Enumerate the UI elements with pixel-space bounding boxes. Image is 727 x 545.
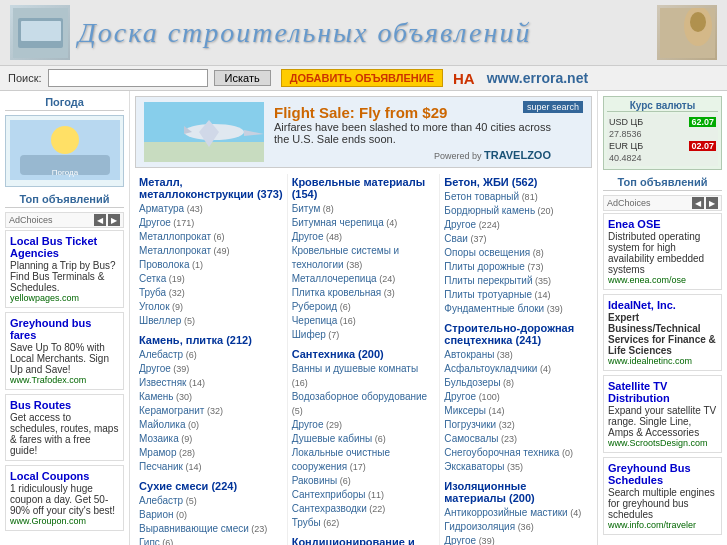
cat-title-2-1[interactable]: Строительно-дорожная спецтехника (241) (444, 322, 588, 346)
banner-powered: Powered by TRAVELZOO (274, 149, 551, 161)
cat-link-0-0-4[interactable]: Проволока (139, 259, 190, 270)
cat-link-0-1-0[interactable]: Алебастр (139, 349, 183, 360)
cat-link-2-1-8[interactable]: Экскаваторы (444, 461, 504, 472)
cat-item-1-0-7: Черепица (16) (292, 314, 436, 328)
cat-link-0-1-5[interactable]: Майолика (139, 419, 186, 430)
cat-link-1-1-1[interactable]: Водозаборное оборудование (292, 391, 428, 402)
left-ad-prev[interactable]: ◀ (94, 214, 106, 226)
left-ad-3-title[interactable]: Bus Routes (10, 399, 71, 411)
cat-count-0-1-7: (28) (176, 448, 195, 458)
cat-link-0-0-6[interactable]: Труба (139, 287, 166, 298)
cat-link-0-0-0[interactable]: Арматура (139, 203, 184, 214)
cat-title-0-0[interactable]: Металл, металлоконструкции (373) (139, 176, 283, 200)
cat-link-2-0-4[interactable]: Опоры освещения (444, 247, 530, 258)
right-ad-3-title[interactable]: Satellite TV Distribution (608, 380, 670, 404)
right-ad-1-title[interactable]: Enea OSE (608, 218, 661, 230)
cat-link-2-1-7[interactable]: Снегоуборочная техника (444, 447, 559, 458)
cat-link-2-1-2[interactable]: Бульдозеры (444, 377, 500, 388)
cat-link-1-0-0[interactable]: Битум (292, 203, 321, 214)
cat-link-0-1-2[interactable]: Известняк (139, 377, 186, 388)
cat-link-1-0-7[interactable]: Черепица (292, 315, 338, 326)
cat-link-0-1-7[interactable]: Мрамор (139, 447, 176, 458)
cat-link-0-0-2[interactable]: Металлопрокат (139, 231, 211, 242)
cat-title-1-2[interactable]: Кондиционирование и вентиляция (73) (292, 536, 436, 545)
cat-link-0-0-5[interactable]: Сетка (139, 273, 166, 284)
cat-link-2-2-0[interactable]: Антикоррозийные мастики (444, 507, 567, 518)
cat-link-1-0-4[interactable]: Металлочерепица (292, 273, 377, 284)
cat-link-2-0-8[interactable]: Фундаментные блоки (444, 303, 544, 314)
cat-link-1-1-4[interactable]: Локальные очистные сооружения (292, 447, 390, 472)
cat-link-2-1-4[interactable]: Миксеры (444, 405, 486, 416)
cat-title-0-1[interactable]: Камень, плитка (212) (139, 334, 283, 346)
left-ad-next[interactable]: ▶ (108, 214, 120, 226)
cat-link-2-0-6[interactable]: Плиты перекрытий (444, 275, 532, 286)
cat-title-2-2[interactable]: Изоляционные материалы (200) (444, 480, 588, 504)
cat-link-0-0-7[interactable]: Уголок (139, 301, 170, 312)
cat-title-1-1[interactable]: Сантехника (200) (292, 348, 436, 360)
cat-link-1-1-0[interactable]: Ванны и душевые комнаты (292, 363, 418, 374)
site-url[interactable]: www.errora.net (487, 70, 588, 86)
cat-link-1-1-8[interactable]: Трубы (292, 517, 321, 528)
cat-link-1-1-7[interactable]: Сантехразводки (292, 503, 367, 514)
right-ad-prev[interactable]: ◀ (692, 197, 704, 209)
cat-link-2-2-2[interactable]: Другое (444, 535, 476, 545)
cat-link-0-2-0[interactable]: Алебастр (139, 495, 183, 506)
cat-title-1-0[interactable]: Кровельные материалы (154) (292, 176, 436, 200)
right-ad-next[interactable]: ▶ (706, 197, 718, 209)
cat-link-0-0-8[interactable]: Швеллер (139, 315, 181, 326)
cat-link-0-1-6[interactable]: Мозаика (139, 433, 179, 444)
cat-link-0-0-1[interactable]: Другое (139, 217, 171, 228)
cat-link-2-0-3[interactable]: Сваи (444, 233, 468, 244)
cat-link-2-1-0[interactable]: Автокраны (444, 349, 494, 360)
right-ad-nav[interactable]: ◀ ▶ (692, 197, 718, 209)
cat-link-2-0-5[interactable]: Плиты дорожные (444, 261, 525, 272)
cat-link-2-1-1[interactable]: Асфальтоукладчики (444, 363, 537, 374)
left-ad-1-title[interactable]: Local Bus Ticket Agencies (10, 235, 97, 259)
cat-link-0-1-8[interactable]: Песчаник (139, 461, 183, 472)
cat-link-2-0-7[interactable]: Плиты тротуарные (444, 289, 532, 300)
cat-link-0-1-4[interactable]: Керамогранит (139, 405, 204, 416)
search-input[interactable] (48, 69, 208, 87)
cat-link-1-0-1[interactable]: Битумная черепица (292, 217, 384, 228)
cat-count-2-1-3: (100) (476, 392, 500, 402)
left-ad-4-body: 1 ridiculously huge coupon a day. Get 50… (10, 483, 119, 516)
cat-link-1-0-8[interactable]: Шифер (292, 329, 326, 340)
left-ad-2-title[interactable]: Greyhound bus fares (10, 317, 91, 341)
cat-link-0-1-1[interactable]: Другое (139, 363, 171, 374)
cat-title-0-2[interactable]: Сухие смеси (224) (139, 480, 283, 492)
left-ad-nav[interactable]: ◀ ▶ (94, 214, 120, 226)
cat-link-0-2-3[interactable]: Гипс (139, 537, 160, 545)
cat-link-0-1-3[interactable]: Камень (139, 391, 174, 402)
cat-count-1-0-7: (16) (337, 316, 356, 326)
cat-link-1-0-6[interactable]: Рубероид (292, 301, 338, 312)
left-ad-4-title[interactable]: Local Coupons (10, 470, 89, 482)
search-button[interactable]: Искать (214, 70, 271, 86)
cat-link-1-1-2[interactable]: Другое (292, 419, 324, 430)
svg-rect-2 (21, 21, 61, 41)
cat-link-0-2-1[interactable]: Варион (139, 509, 173, 520)
cat-link-1-1-6[interactable]: Сантехприборы (292, 489, 366, 500)
eur-row: EUR ЦБ 02.07 (609, 140, 716, 152)
cat-link-2-0-1[interactable]: Бордюрный камень (444, 205, 535, 216)
cat-link-2-0-0[interactable]: Бетон товарный (444, 191, 519, 202)
cat-item-0-1-0: Алебастр (6) (139, 348, 283, 362)
cat-link-0-0-3[interactable]: Металлопрокат (139, 245, 211, 256)
right-ad-1: Enea OSE Distributed operating system fo… (603, 213, 722, 290)
cat-link-1-0-5[interactable]: Плитка кровельная (292, 287, 382, 298)
cat-link-1-0-2[interactable]: Другое (292, 231, 324, 242)
cat-link-2-2-1[interactable]: Гидроизоляция (444, 521, 515, 532)
right-ad-2-title[interactable]: IdealNet, Inc. (608, 299, 676, 311)
cat-link-2-1-5[interactable]: Погрузчики (444, 419, 496, 430)
cat-link-2-1-6[interactable]: Самосвалы (444, 433, 498, 444)
cat-link-0-2-2[interactable]: Выравнивающие смеси (139, 523, 249, 534)
cat-link-1-1-3[interactable]: Душевые кабины (292, 433, 373, 444)
cat-title-2-0[interactable]: Бетон, ЖБИ (562) (444, 176, 588, 188)
cat-link-1-1-5[interactable]: Раковины (292, 475, 338, 486)
add-ad-button[interactable]: ДОБАВИТЬ ОБЪЯВЛЕНИЕ (281, 69, 443, 87)
cat-link-2-0-2[interactable]: Другое (444, 219, 476, 230)
cat-count-1-1-6: (11) (366, 490, 385, 500)
left-ad-2: Greyhound bus fares Save Up To 80% with … (5, 312, 124, 390)
cat-link-2-1-3[interactable]: Другое (444, 391, 476, 402)
right-ad-4-title[interactable]: Greyhound Bus Schedules (608, 462, 691, 486)
banner-ad[interactable]: Flight Sale: Fly from $29 Airfares have … (135, 96, 592, 168)
